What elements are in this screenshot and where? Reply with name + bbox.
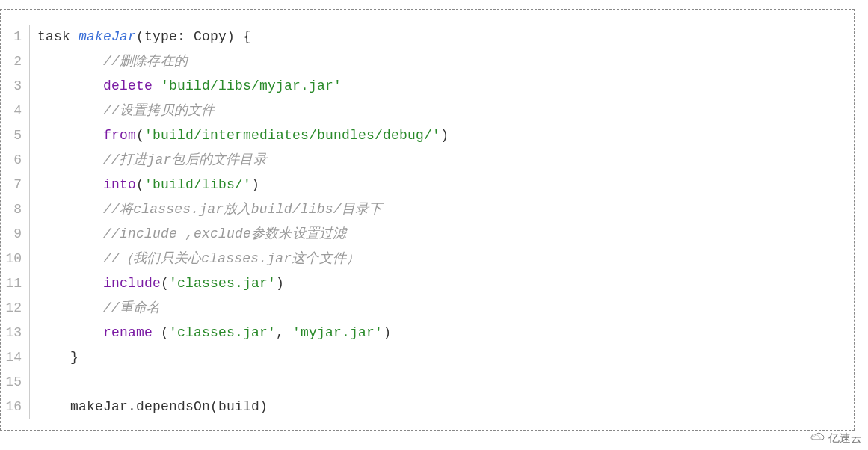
token-comment: //重命名 (103, 300, 161, 315)
token-kw: from (103, 128, 136, 143)
line-number: 11 (1, 271, 25, 296)
line-number: 7 (1, 173, 25, 197)
token-plain: , (276, 325, 292, 340)
gutter-divider (29, 25, 30, 49)
line-number: 6 (1, 148, 25, 173)
code-line: 5 from('build/intermediates/bundles/debu… (1, 123, 854, 148)
gutter-divider (29, 148, 30, 173)
code-content: from('build/intermediates/bundles/debug/… (37, 123, 449, 148)
code-line: 13 rename ('classes.jar', 'myjar.jar') (1, 321, 854, 345)
code-content: //（我们只关心classes.jar这个文件） (37, 247, 360, 271)
gutter-divider (29, 99, 30, 123)
line-number: 14 (1, 345, 25, 370)
token-plain: ) (276, 276, 284, 291)
token-comment: //将classes.jar放入build/libs/目录下 (103, 202, 382, 217)
code-content: rename ('classes.jar', 'myjar.jar') (37, 321, 391, 345)
code-line: 11 include('classes.jar') (1, 271, 854, 296)
gutter-divider (29, 222, 30, 247)
line-number: 2 (1, 49, 25, 74)
line-number: 4 (1, 99, 25, 123)
gutter-divider (29, 345, 30, 370)
token-str: 'classes.jar' (169, 276, 276, 291)
gutter-divider (29, 271, 30, 296)
token-kw: delete (103, 78, 153, 93)
token-str: 'build/libs/myjar.jar' (161, 78, 342, 93)
code-line: 14 } (1, 345, 854, 370)
token-plain: ) (251, 177, 259, 192)
cloud-icon (809, 432, 825, 445)
watermark: 亿速云 (809, 431, 862, 446)
token-plain: } (70, 350, 79, 365)
code-line: 12 //重命名 (1, 296, 854, 321)
token-plain: ( (136, 177, 144, 192)
token-plain: (type: Copy) { (136, 29, 251, 44)
token-comment: //设置拷贝的文件 (103, 103, 215, 118)
code-content: //删除存在的 (37, 49, 188, 74)
code-line: 4 //设置拷贝的文件 (1, 99, 854, 123)
code-line: 8 //将classes.jar放入build/libs/目录下 (1, 197, 854, 222)
line-number: 3 (1, 74, 25, 99)
token-plain: ( (161, 276, 169, 291)
token-plain: ( (153, 325, 169, 340)
line-number: 1 (1, 25, 25, 49)
token-plain: ( (136, 128, 144, 143)
code-line: 10 //（我们只关心classes.jar这个文件） (1, 247, 854, 271)
watermark-text: 亿速云 (828, 431, 862, 446)
code-line: 3 delete 'build/libs/myjar.jar' (1, 74, 854, 99)
gutter-divider (29, 173, 30, 197)
token-plain (153, 78, 161, 93)
token-plain: ) (383, 325, 391, 340)
token-comment: //删除存在的 (103, 54, 188, 69)
code-line: 1task makeJar(type: Copy) { (1, 25, 854, 49)
code-content: //重命名 (37, 296, 161, 321)
code-line: 7 into('build/libs/') (1, 173, 854, 197)
code-content: //设置拷贝的文件 (37, 99, 215, 123)
gutter-divider (29, 123, 30, 148)
gutter-divider (29, 395, 30, 419)
token-fn: makeJar (79, 29, 136, 44)
code-line: 9 //include ,exclude参数来设置过滤 (1, 222, 854, 247)
line-number: 5 (1, 123, 25, 148)
token-str: 'build/intermediates/bundles/debug/' (144, 128, 440, 143)
code-content: } (37, 345, 79, 370)
line-number: 15 (1, 370, 25, 395)
code-content: //打进jar包后的文件目录 (37, 148, 267, 173)
token-comment: //include ,exclude参数来设置过滤 (103, 226, 346, 241)
gutter-divider (29, 370, 30, 395)
token-comment: //（我们只关心classes.jar这个文件） (103, 251, 360, 266)
token-kw: include (103, 276, 161, 291)
code-line: 6 //打进jar包后的文件目录 (1, 148, 854, 173)
line-number: 12 (1, 296, 25, 321)
gutter-divider (29, 197, 30, 222)
line-number: 10 (1, 247, 25, 271)
code-content: delete 'build/libs/myjar.jar' (37, 74, 342, 99)
token-plain: task (37, 29, 79, 44)
code-line: 2 //删除存在的 (1, 49, 854, 74)
token-str: 'classes.jar' (169, 325, 276, 340)
code-block: 1task makeJar(type: Copy) {2 //删除存在的3 de… (0, 9, 855, 431)
token-kw: into (103, 177, 136, 192)
code-line: 16 makeJar.dependsOn(build) (1, 395, 854, 419)
token-comment: //打进jar包后的文件目录 (103, 152, 267, 167)
line-number: 8 (1, 197, 25, 222)
line-number: 13 (1, 321, 25, 345)
gutter-divider (29, 247, 30, 271)
gutter-divider (29, 49, 30, 74)
line-number: 9 (1, 222, 25, 247)
code-content: //将classes.jar放入build/libs/目录下 (37, 197, 382, 222)
token-plain: ) (440, 128, 449, 143)
token-str: 'myjar.jar' (292, 325, 383, 340)
code-content: task makeJar(type: Copy) { (37, 25, 251, 49)
gutter-divider (29, 296, 30, 321)
token-kw: rename (103, 325, 153, 340)
code-content: into('build/libs/') (37, 173, 259, 197)
gutter-divider (29, 74, 30, 99)
token-str: 'build/libs/' (144, 177, 251, 192)
code-content: makeJar.dependsOn(build) (37, 395, 268, 419)
line-number: 16 (1, 395, 25, 419)
code-line: 15 (1, 370, 854, 395)
token-plain: makeJar.dependsOn(build) (70, 399, 268, 414)
code-content: include('classes.jar') (37, 271, 284, 296)
gutter-divider (29, 321, 30, 345)
code-content: //include ,exclude参数来设置过滤 (37, 222, 346, 247)
